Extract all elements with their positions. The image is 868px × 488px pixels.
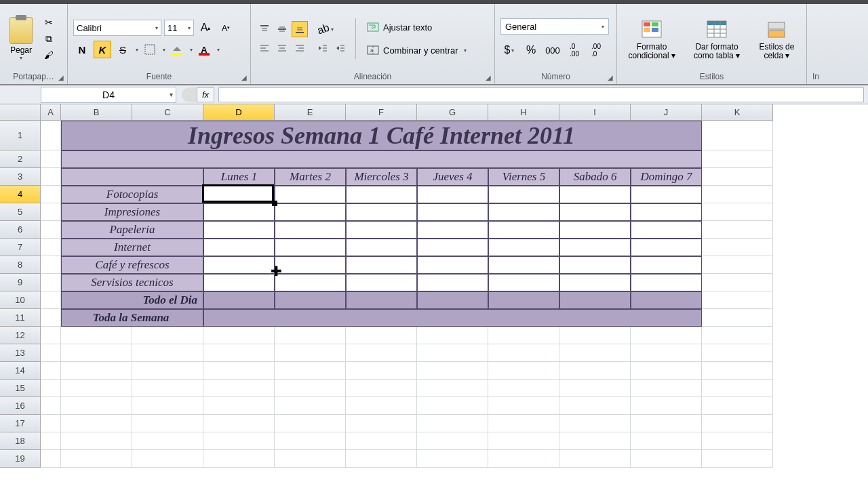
column-header-F[interactable]: F — [346, 104, 417, 121]
data-cell[interactable] — [346, 256, 417, 274]
row-header-5[interactable]: 5 — [0, 203, 41, 221]
sheet-title[interactable]: Ingresos Semana 1 Café Internet 2011 — [61, 121, 702, 150]
column-header-H[interactable]: H — [488, 104, 559, 121]
decrease-decimal-button[interactable]: .00.0 — [587, 41, 605, 59]
column-header-I[interactable]: I — [559, 104, 631, 121]
data-cell[interactable] — [631, 203, 702, 221]
data-cell[interactable] — [631, 221, 702, 239]
data-cell[interactable] — [417, 203, 488, 221]
wrap-text-button[interactable]: Ajustar texto — [363, 18, 471, 37]
cell-styles-button[interactable]: Estilos de celda ▾ — [753, 17, 801, 60]
conditional-format-button[interactable]: Formato condicional ▾ — [623, 17, 681, 60]
strike-button[interactable]: S — [114, 41, 132, 58]
spreadsheet-grid[interactable]: ABCDEFGHIJK 1234567891011121314151617181… — [0, 104, 868, 488]
column-header-C[interactable]: C — [132, 104, 203, 121]
row-header-17[interactable]: 17 — [0, 415, 41, 432]
row-header-15[interactable]: 15 — [0, 380, 41, 397]
align-bottom-button[interactable] — [292, 21, 308, 37]
paste-button[interactable]: Pegar ▾ — [5, 16, 37, 62]
data-cell[interactable] — [203, 186, 275, 203]
align-center-button[interactable] — [274, 40, 290, 56]
row-header-16[interactable]: 16 — [0, 397, 41, 415]
align-middle-button[interactable] — [274, 21, 290, 37]
data-cell[interactable] — [346, 274, 417, 291]
column-header-G[interactable]: G — [417, 104, 488, 121]
format-as-table-button[interactable]: Dar formato como tabla ▾ — [684, 17, 749, 60]
column-header-B[interactable]: B — [61, 104, 132, 121]
day-header[interactable]: Domingo 7 — [631, 168, 702, 186]
category-label[interactable]: Impresiones — [61, 203, 203, 221]
data-cell[interactable] — [275, 256, 346, 274]
day-header[interactable]: Jueves 4 — [417, 168, 488, 186]
number-dialog-launcher[interactable]: ◢ — [606, 73, 615, 83]
cut-icon[interactable]: ✂ — [42, 16, 56, 29]
font-name-select[interactable]: Calibri▾ — [73, 20, 161, 36]
fx-button[interactable]: fx — [197, 87, 214, 102]
row-header-10[interactable]: 10 — [0, 291, 41, 309]
data-cell[interactable] — [203, 203, 275, 221]
data-cell[interactable] — [275, 239, 346, 256]
column-header-D[interactable]: D — [203, 104, 275, 121]
category-label[interactable]: Servisios tecnicos — [61, 274, 203, 291]
category-label[interactable]: Fotocopias — [61, 186, 203, 203]
row-header-12[interactable]: 12 — [0, 327, 41, 344]
row-header-4[interactable]: 4 — [0, 186, 41, 203]
data-cell[interactable] — [631, 239, 702, 256]
clipboard-dialog-launcher[interactable]: ◢ — [56, 73, 66, 83]
shrink-font-button[interactable]: A▾ — [217, 19, 235, 37]
currency-button[interactable]: $▾ — [500, 41, 518, 59]
data-cell[interactable] — [559, 186, 631, 203]
data-cell[interactable] — [417, 239, 488, 256]
borders-button[interactable] — [141, 41, 159, 58]
data-cell[interactable] — [203, 256, 275, 274]
column-header-A[interactable]: A — [41, 104, 61, 121]
formula-input[interactable] — [218, 87, 864, 102]
orientation-button[interactable]: ab▾ — [315, 21, 336, 37]
font-color-button[interactable]: A — [195, 41, 213, 58]
row-header-7[interactable]: 7 — [0, 239, 41, 256]
grow-font-button[interactable]: A▴ — [197, 19, 214, 37]
data-cell[interactable] — [559, 239, 631, 256]
data-cell[interactable] — [346, 203, 417, 221]
row-header-6[interactable]: 6 — [0, 221, 41, 239]
format-painter-icon[interactable]: 🖌 — [42, 48, 56, 62]
data-cell[interactable] — [631, 256, 702, 274]
row-header-8[interactable]: 8 — [0, 256, 41, 274]
thousands-button[interactable]: 000 — [544, 41, 561, 59]
data-cell[interactable] — [275, 186, 346, 203]
toda-semana-label[interactable]: Toda la Semana — [61, 309, 203, 327]
data-cell[interactable] — [488, 274, 559, 291]
alignment-dialog-launcher[interactable]: ◢ — [484, 73, 493, 83]
data-cell[interactable] — [417, 221, 488, 239]
align-left-button[interactable] — [256, 40, 273, 56]
day-header[interactable]: Martes 2 — [275, 168, 346, 186]
data-cell[interactable] — [631, 186, 702, 203]
number-format-select[interactable]: General▾ — [500, 18, 609, 35]
decrease-indent-button[interactable] — [315, 40, 331, 56]
data-cell[interactable] — [275, 274, 346, 291]
data-cell[interactable] — [559, 256, 631, 274]
percent-button[interactable]: % — [522, 41, 540, 59]
name-box[interactable]: D4 ▾ — [41, 87, 176, 103]
row-header-11[interactable]: 11 — [0, 309, 41, 327]
category-label[interactable]: Café y refrescos — [61, 256, 203, 274]
column-header-E[interactable]: E — [275, 104, 346, 121]
data-cell[interactable] — [559, 221, 631, 239]
row-header-1[interactable]: 1 — [0, 121, 41, 150]
data-cell[interactable] — [203, 239, 275, 256]
bold-button[interactable]: N — [73, 41, 91, 58]
data-cell[interactable] — [275, 221, 346, 239]
data-cell[interactable] — [488, 256, 559, 274]
data-cell[interactable] — [417, 274, 488, 291]
merge-center-button[interactable]: a Combinar y centrar ▾ — [363, 41, 471, 60]
data-cell[interactable] — [488, 221, 559, 239]
data-cell[interactable] — [346, 186, 417, 203]
align-top-button[interactable] — [256, 21, 273, 37]
data-cell[interactable] — [275, 203, 346, 221]
day-header[interactable]: Miercoles 3 — [346, 168, 417, 186]
day-header[interactable]: Viernes 5 — [488, 168, 559, 186]
align-right-button[interactable] — [292, 40, 308, 56]
data-cell[interactable] — [346, 221, 417, 239]
row-header-14[interactable]: 14 — [0, 362, 41, 380]
row-header-19[interactable]: 19 — [0, 450, 41, 468]
